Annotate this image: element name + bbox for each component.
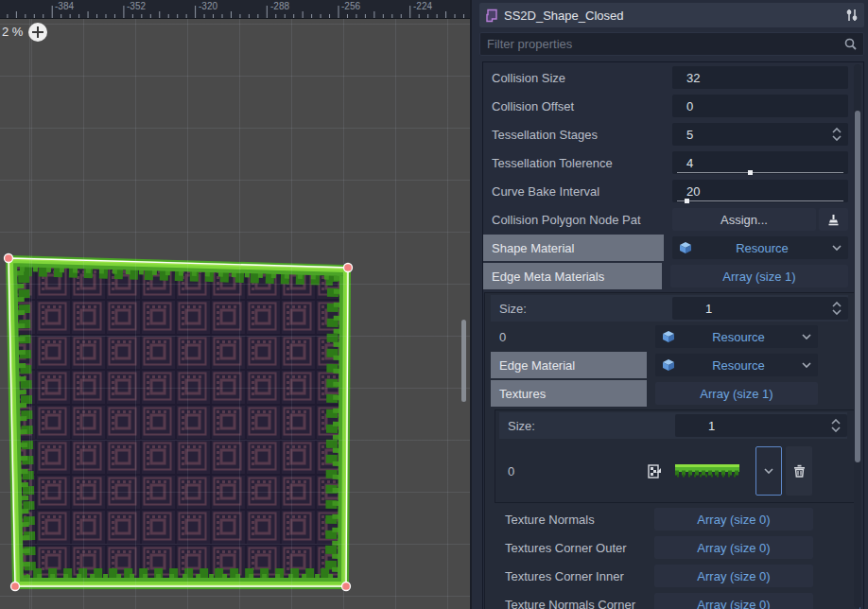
property-list: Collision Size 32 Collision Offset 0 Tes…	[482, 61, 864, 609]
property-label: Collision Size	[492, 71, 672, 85]
property-label: Edge Meta Materials	[483, 263, 662, 289]
array-size-value: 1	[708, 419, 715, 433]
node-picker-button[interactable]	[819, 208, 848, 231]
edge-meta-materials-array-button[interactable]: Array (size 1)	[670, 265, 848, 287]
shape-point-handle[interactable]	[342, 583, 351, 591]
texture-normals-corner-array-button[interactable]: Array (size 0)	[654, 593, 813, 609]
ss2d-node-icon	[485, 9, 499, 23]
ruler-tick-label: -320	[199, 1, 217, 11]
textures-array-button[interactable]: Array (size 1)	[655, 382, 818, 405]
array-size-value: 1	[705, 302, 712, 316]
resource-value: Resource	[675, 330, 802, 344]
texture-preview-thumbnail[interactable]	[675, 464, 739, 478]
canvas-viewport[interactable]: -384 -352 -320 -288 -256 -224 2 %	[0, 0, 470, 609]
property-row-edge-meta-materials: Edge Meta Materials Array (size 1)	[483, 262, 848, 290]
trash-icon	[793, 464, 806, 478]
spinbox-updown-icon[interactable]	[832, 302, 842, 315]
shape-point-handle[interactable]	[5, 254, 13, 263]
array-size-spinbox[interactable]: 1	[672, 297, 848, 320]
property-row-texture-normals: Texture Normals Array (size 0)	[491, 505, 848, 533]
collision-offset-input[interactable]: 0	[672, 95, 848, 117]
texture-options-dropdown-button[interactable]	[755, 446, 782, 496]
edit-texture-icon[interactable]	[648, 464, 662, 478]
filter-placeholder: Filter properties	[487, 37, 844, 51]
tessellation-stages-spinbox[interactable]: 5	[672, 123, 848, 146]
slider-grabber[interactable]	[685, 199, 689, 203]
edge-material-resource-dropdown[interactable]: Resource	[655, 354, 818, 376]
textures-array-panel: Size: 1 0	[495, 409, 856, 503]
property-row-tessellation-tolerence: Tessellation Tolerence 4	[483, 148, 848, 177]
property-label: Texture Normals Corner	[499, 598, 654, 609]
texture-element-0-row: 0	[499, 440, 847, 502]
ruler-tick-label: -288	[270, 1, 289, 11]
texture-normals-array-button[interactable]: Array (size 0)	[654, 508, 813, 531]
chevron-down-icon	[802, 362, 811, 368]
assign-node-path-button[interactable]: Assign...	[672, 208, 816, 231]
ruler-tick-label: -384	[55, 1, 74, 11]
collision-size-value: 32	[686, 71, 700, 85]
filter-properties-input[interactable]: Filter properties	[479, 32, 864, 56]
slider-track	[677, 172, 843, 173]
array-element-0-row: 0 Resource	[491, 322, 848, 351]
ruler-tick-label: -224	[413, 1, 432, 11]
ss2d-shape-canvas[interactable]	[0, 19, 470, 609]
chevron-down-icon	[764, 468, 773, 474]
inspector-scrollbar-thumb[interactable]	[855, 111, 860, 462]
array-size-label: Size:	[508, 419, 675, 433]
property-row-texture-normals-corner: Texture Normals Corner Array (size 0)	[491, 590, 848, 609]
property-row-curve-bake-interval: Curve Bake Interval 20	[483, 177, 848, 205]
spinbox-updown-icon[interactable]	[832, 128, 842, 141]
collision-size-input[interactable]: 32	[672, 66, 848, 89]
shape-point-handle[interactable]	[344, 264, 353, 272]
search-icon	[844, 38, 857, 50]
zoom-percentage[interactable]: 2 %	[2, 25, 23, 39]
resource-cube-icon	[679, 241, 692, 254]
element-0-resource-dropdown[interactable]: Resource	[655, 325, 818, 348]
property-label: Texture Normals	[499, 513, 654, 527]
property-label: Tessellation Stages	[492, 128, 672, 142]
property-row-shape-material: Shape Material Resource	[483, 234, 848, 262]
resource-cube-icon	[662, 358, 675, 372]
property-label: Collision Polygon Node Pat	[492, 213, 672, 227]
inspected-object-title: SS2D_Shape_Closed	[504, 9, 845, 23]
property-label: Collision Offset	[492, 99, 672, 113]
array-element-index: 0	[499, 330, 655, 344]
tessellation-tolerence-value: 4	[686, 156, 693, 170]
property-row-collision-offset: Collision Offset 0	[483, 92, 848, 120]
slider-track	[677, 200, 843, 201]
resource-cube-icon	[662, 330, 675, 343]
property-label: Tessellation Tolerence	[492, 156, 672, 170]
array-size-label: Size:	[499, 302, 672, 316]
slider-grabber[interactable]	[748, 170, 753, 175]
property-label: Textures Corner Outer	[499, 541, 654, 555]
viewport-vertical-scrollbar[interactable]	[461, 320, 466, 402]
property-row-textures-corner-inner: Textures Corner Inner Array (size 0)	[491, 562, 848, 590]
property-row-textures-corner-outer: Textures Corner Outer Array (size 0)	[491, 533, 848, 562]
array-size-row: Size: 1	[491, 295, 848, 322]
ruler-tick-label: -256	[341, 1, 360, 11]
resource-value: Resource	[675, 358, 802, 373]
spinbox-updown-icon[interactable]	[831, 419, 841, 432]
shape-point-handle[interactable]	[11, 583, 20, 591]
shape-material-resource-dropdown[interactable]: Resource	[672, 236, 848, 259]
inspector-tools-icon[interactable]	[845, 9, 859, 22]
array-element-index: 0	[508, 464, 648, 478]
property-label: Textures	[491, 380, 647, 407]
delete-texture-button[interactable]	[786, 446, 812, 496]
zoom-in-button[interactable]	[28, 23, 47, 42]
textures-corner-outer-array-button[interactable]: Array (size 0)	[654, 536, 813, 559]
tessellation-tolerence-slider[interactable]: 4	[672, 151, 848, 174]
property-row-collision-polygon-node-path: Collision Polygon Node Pat Assign...	[483, 205, 848, 234]
chevron-down-icon	[802, 334, 811, 339]
property-label: Curve Bake Interval	[492, 184, 672, 199]
curve-bake-interval-slider[interactable]: 20	[672, 180, 848, 202]
inspector-panel: SS2D_Shape_Closed Filter properties Coll…	[470, 0, 868, 609]
shape-fill[interactable]	[9, 258, 348, 586]
property-row-textures: Textures Array (size 1)	[491, 379, 848, 408]
property-label: Edge Material	[491, 352, 647, 378]
edge-meta-materials-array-panel: Size: 1 0	[484, 292, 860, 609]
collision-offset-value: 0	[686, 99, 693, 113]
textures-corner-inner-array-button[interactable]: Array (size 0)	[654, 565, 813, 587]
array-size-spinbox[interactable]: 1	[675, 414, 847, 437]
curve-bake-interval-value: 20	[686, 184, 700, 199]
